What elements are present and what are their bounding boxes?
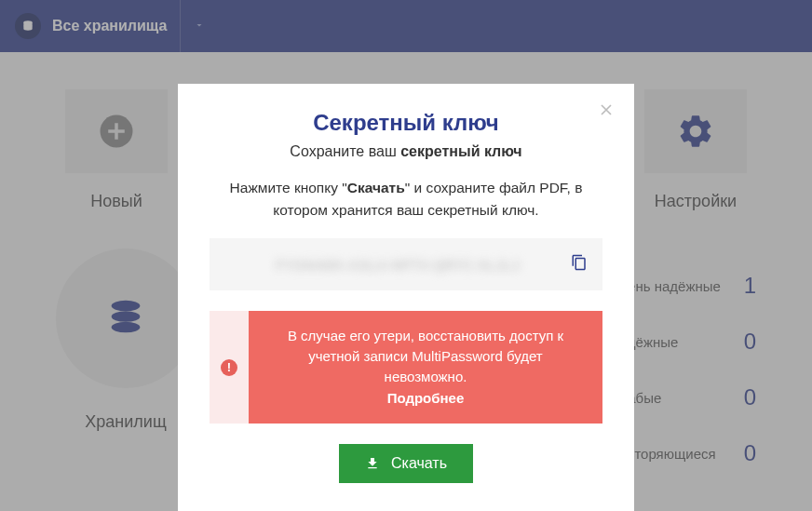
modal-sub-prefix: Сохраните ваш	[290, 143, 400, 159]
modal-sub-bold: секретный ключ	[400, 143, 521, 159]
secret-key-masked: FYGNAEK-ASLA-NPTX-QRYC-XLJLJ	[224, 257, 571, 273]
learn-more-link[interactable]: Подробнее	[269, 388, 582, 409]
close-icon[interactable]	[597, 101, 616, 123]
alert-text: В случае его утери, восстановить доступ …	[288, 328, 563, 384]
modal-title: Секретный ключ	[210, 110, 602, 136]
secret-key-box: FYGNAEK-ASLA-NPTX-QRYC-XLJLJ	[210, 238, 602, 290]
alert-icon: !	[210, 311, 249, 424]
desc-bold: Скачать	[347, 180, 405, 195]
desc-pre: Нажмите кнопку "	[230, 180, 347, 195]
exclamation-icon: !	[221, 359, 237, 376]
modal-description: Нажмите кнопку "Скачать" и сохраните фай…	[210, 177, 602, 222]
alert-box: ! В случае его утери, восстановить досту…	[210, 311, 602, 424]
alert-body: В случае его утери, восстановить доступ …	[249, 311, 602, 424]
modal-overlay: Секретный ключ Сохраните ваш секретный к…	[0, 0, 812, 511]
download-button[interactable]: Скачать	[339, 444, 473, 483]
download-icon	[365, 456, 380, 471]
modal-subtitle: Сохраните ваш секретный ключ	[210, 143, 602, 160]
copy-icon[interactable]	[571, 254, 588, 275]
secret-key-modal: Секретный ключ Сохраните ваш секретный к…	[178, 84, 634, 511]
download-label: Скачать	[391, 455, 447, 472]
